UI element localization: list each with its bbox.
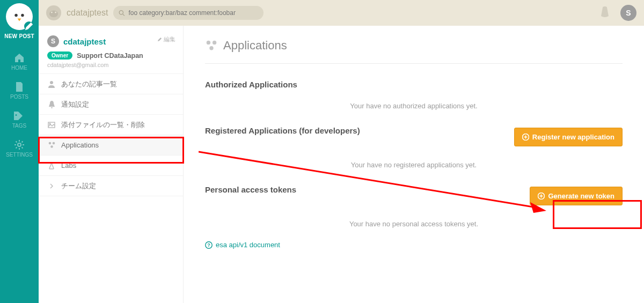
registered-empty: Your have no registered applications yet… [205,161,623,169]
svg-point-15 [207,41,210,45]
search-box[interactable] [113,6,264,20]
generate-token-button[interactable]: Generate new token [530,187,623,205]
pencil-icon [157,37,162,42]
notifications-icon[interactable] [599,6,611,19]
tokens-section: Personal access tokens Generate new toke… [205,185,623,228]
plus-circle-icon [538,193,545,199]
svg-point-12 [48,142,51,145]
svg-point-4 [49,11,58,18]
search-icon [119,10,125,17]
register-application-button[interactable]: Register new application [514,128,623,146]
sidebar-item-labs[interactable]: Labs [39,156,183,176]
edit-link[interactable]: 編集 [157,35,175,43]
tokens-empty: Your have no personal access tokens yet. [205,220,623,228]
authorized-section: Authorized Applications Your have no aut… [205,80,623,110]
rail-item-settings[interactable]: SETTINGS [0,134,39,162]
chevron-right-icon [47,183,56,189]
sidebar-team-link[interactable]: cdatajptest [63,37,106,46]
rail-item-home[interactable]: HOME [0,47,39,76]
svg-point-1 [14,14,17,17]
question-circle-icon: ? [205,241,213,249]
person-icon [47,80,56,88]
svg-point-17 [209,46,213,50]
rail-item-tags[interactable]: TAGS [0,105,39,134]
flask-icon [47,162,56,169]
sidebar-item-attachments[interactable]: 添付ファイルの一覧・削除 [39,115,183,135]
apps-icon [205,40,218,51]
svg-point-13 [52,142,55,145]
user-avatar[interactable]: S [620,5,636,21]
gear-icon [13,139,25,151]
new-post-button[interactable] [6,3,33,30]
settings-sidebar: S cdatajptest 編集 Owner Support CDataJapa… [39,26,184,303]
main-content: Applications Authorized Applications You… [184,26,644,303]
sidebar-avatar: S [47,35,59,47]
document-icon [13,81,25,93]
plus-circle-icon [522,134,529,141]
sidebar-item-team-settings[interactable]: チーム設定 [39,176,183,196]
registered-section: Registered Applications (for developers)… [205,126,623,169]
pencil-icon [24,17,34,35]
page-title: Applications [205,39,623,64]
owner-badge: Owner [47,51,72,60]
sidebar-item-applications[interactable]: Applications [39,135,183,156]
rail-item-posts[interactable]: POSTS [0,76,39,105]
left-rail: NEW POST HOME POSTS TAGS SETTINGS [0,0,39,303]
sidebar-item-notifications[interactable]: 通知設定 [39,94,183,115]
svg-point-7 [120,10,123,14]
svg-line-8 [123,14,125,16]
bell-icon [47,101,56,108]
team-avatar-icon [46,5,61,20]
api-doc-link[interactable]: ? esa api/v1 document [205,241,623,249]
top-bar: cdatajptest S [39,0,644,26]
authorized-empty: Your have no authorized applications yet… [205,102,623,110]
team-name[interactable]: cdatajptest [67,8,108,18]
sidebar-item-articles[interactable]: あなたの記事一覧 [39,74,183,94]
svg-point-16 [213,41,216,45]
authorized-heading: Authorized Applications [205,80,623,89]
svg-point-14 [50,145,53,148]
picture-icon [47,122,56,128]
svg-text:?: ? [207,242,210,248]
tokens-heading: Personal access tokens [205,185,296,194]
search-input[interactable] [128,9,258,17]
svg-point-9 [50,81,53,84]
svg-point-2 [21,14,24,17]
svg-point-3 [18,143,21,146]
home-icon [13,52,25,64]
support-name: Support CDataJapan [77,52,143,60]
svg-point-5 [51,12,53,13]
apps-icon [47,142,56,149]
sidebar-email: cdatajptest@gmail.com [47,62,174,68]
svg-point-6 [55,12,56,13]
registered-heading: Registered Applications (for developers) [205,126,360,135]
tags-icon [13,110,25,122]
